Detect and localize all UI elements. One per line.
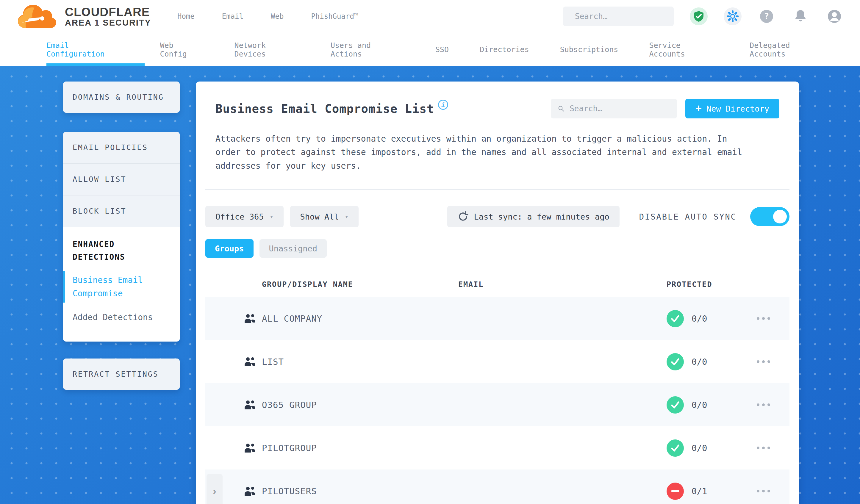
row-actions-menu[interactable] bbox=[757, 447, 789, 449]
user-account-icon[interactable] bbox=[826, 8, 843, 25]
protected-ok-icon bbox=[666, 310, 684, 327]
sidebar-card-retract: RETRACT SETTINGS bbox=[63, 359, 180, 390]
svg-text:?: ? bbox=[764, 11, 769, 21]
sidebar-item-domains-routing[interactable]: DOMAINS & ROUTING bbox=[63, 82, 180, 113]
group-people-icon bbox=[244, 314, 262, 324]
tab-network-devices[interactable]: Network Devices bbox=[219, 33, 315, 66]
protected-ok-icon bbox=[666, 396, 684, 414]
notifications-bell-icon[interactable] bbox=[791, 8, 809, 25]
last-sync-button[interactable]: Last sync: a few minutes ago bbox=[447, 206, 619, 227]
protected-ok-icon bbox=[666, 440, 684, 457]
tab-subscriptions[interactable]: Subscriptions bbox=[545, 33, 634, 66]
tab-email-configuration[interactable]: Email Configuration bbox=[17, 33, 145, 66]
sidebar-item-enhanced-detections[interactable]: ENHANCED DETECTIONS bbox=[73, 238, 170, 264]
row-actions-menu[interactable] bbox=[757, 403, 789, 406]
protected-ratio: 0/0 bbox=[691, 443, 707, 453]
protected-ratio: 0/0 bbox=[691, 357, 707, 367]
row-actions-menu[interactable] bbox=[757, 490, 789, 492]
sidebar-item-retract-settings[interactable]: RETRACT SETTINGS bbox=[63, 359, 180, 390]
tab-directories[interactable]: Directories bbox=[464, 33, 545, 66]
group-name: O365_GROUP bbox=[262, 400, 458, 410]
logo-brand: CLOUDFLARE bbox=[65, 6, 151, 18]
search-icon bbox=[558, 104, 564, 113]
chevron-down-icon: ▾ bbox=[345, 213, 348, 220]
global-search[interactable] bbox=[563, 6, 674, 26]
new-directory-button[interactable]: + New Directory bbox=[685, 99, 779, 118]
tab-users-and-actions[interactable]: Users and Actions bbox=[315, 33, 420, 66]
sidebar-item-email-policies[interactable]: EMAIL POLICIES bbox=[63, 132, 180, 163]
tab-sso[interactable]: SSO bbox=[420, 33, 464, 66]
view-tabs: GroupsUnassigned bbox=[196, 239, 799, 258]
last-sync-label: Last sync: a few minutes ago bbox=[474, 212, 610, 221]
group-people-icon bbox=[244, 443, 262, 453]
toggle-knob bbox=[773, 210, 787, 224]
filter-row: Office 365 ▾ Show All ▾ Last sync: a few… bbox=[196, 206, 799, 227]
view-tab-groups[interactable]: Groups bbox=[205, 239, 254, 258]
view-tab-unassigned[interactable]: Unassigned bbox=[259, 239, 327, 258]
top-nav-item-phishguard-[interactable]: PhishGuard™ bbox=[311, 12, 358, 20]
title-row: Business Email Compromise List i + New D… bbox=[196, 82, 799, 118]
protected-ok-icon bbox=[666, 353, 684, 371]
help-icon[interactable]: ? bbox=[758, 8, 775, 25]
row-actions-menu[interactable] bbox=[757, 317, 789, 320]
table-row: ALL COMPANY 0/0 bbox=[205, 297, 789, 340]
new-directory-label: New Directory bbox=[706, 104, 769, 113]
protected-cell: 0/1 bbox=[666, 483, 757, 500]
table-body: ALL COMPANY 0/0 LIST 0/0 bbox=[205, 297, 789, 504]
sidebar-item-added-detections[interactable]: Added Detections bbox=[73, 308, 170, 327]
tab-service-accounts[interactable]: Service Accounts bbox=[633, 33, 734, 66]
group-name: PILOTGROUP bbox=[262, 443, 458, 453]
sidebar-card-domains: DOMAINS & ROUTING bbox=[63, 82, 180, 113]
group-name: PILOTUSERS bbox=[262, 486, 458, 496]
tab-web-config[interactable]: Web Config bbox=[145, 33, 219, 66]
sidebar-item-allow-list[interactable]: ALLOW LIST bbox=[63, 164, 180, 195]
divider bbox=[205, 189, 789, 190]
protected-cell: 0/0 bbox=[666, 310, 757, 327]
table-row: › PILOTUSERS 0/1 bbox=[205, 470, 789, 504]
logo-text: CLOUDFLARE AREA 1 SECURITY bbox=[65, 6, 151, 27]
expand-row-button[interactable]: › bbox=[206, 474, 223, 504]
list-search[interactable] bbox=[551, 99, 677, 118]
directory-select[interactable]: Office 365 ▾ bbox=[205, 206, 284, 227]
table-row: O365_GROUP 0/0 bbox=[205, 383, 789, 426]
cloudflare-logo[interactable]: CLOUDFLARE AREA 1 SECURITY bbox=[17, 3, 151, 29]
top-nav-item-email[interactable]: Email bbox=[222, 12, 243, 20]
groups-table: GROUP/DISPLAY NAME EMAIL PROTECTED ALL C… bbox=[196, 271, 799, 504]
sidebar-card-policies: EMAIL POLICIES ALLOW LIST BLOCK LIST ENH… bbox=[63, 132, 180, 342]
col-header-protected: PROTECTED bbox=[666, 280, 757, 289]
top-nav: HomeEmailWebPhishGuard™ bbox=[177, 12, 358, 20]
auto-sync-toggle[interactable] bbox=[750, 207, 789, 226]
title-actions: + New Directory bbox=[551, 99, 779, 118]
top-nav-item-web[interactable]: Web bbox=[271, 12, 284, 20]
header-right: ? bbox=[563, 6, 843, 26]
sidebar-item-business-email-compromise[interactable]: Business Email Compromise bbox=[73, 271, 170, 303]
main-card: Business Email Compromise List i + New D… bbox=[196, 82, 799, 504]
content-area: DOMAINS & ROUTING EMAIL POLICIES ALLOW L… bbox=[0, 66, 860, 504]
refresh-icon bbox=[457, 211, 469, 222]
protected-ratio: 0/0 bbox=[691, 400, 707, 410]
tab-delegated-accounts[interactable]: Delegated Accounts bbox=[734, 33, 843, 66]
table-row: LIST 0/0 bbox=[205, 340, 789, 383]
table-header-row: GROUP/DISPLAY NAME EMAIL PROTECTED bbox=[205, 271, 789, 297]
group-people-icon bbox=[244, 486, 262, 496]
chevron-down-icon: ▾ bbox=[270, 213, 273, 220]
disable-auto-sync-label: DISABLE AUTO SYNC bbox=[639, 212, 736, 221]
row-actions-menu[interactable] bbox=[757, 360, 789, 363]
show-filter-select[interactable]: Show All ▾ bbox=[290, 206, 359, 227]
col-header-email: EMAIL bbox=[458, 280, 666, 289]
group-people-icon bbox=[244, 400, 262, 410]
global-search-input[interactable] bbox=[575, 12, 675, 21]
table-row: PILOTGROUP 0/0 bbox=[205, 426, 789, 470]
directory-select-value: Office 365 bbox=[215, 212, 264, 221]
security-status-icon[interactable] bbox=[690, 8, 708, 25]
protected-cell: 0/0 bbox=[666, 440, 757, 457]
list-search-input[interactable] bbox=[570, 104, 670, 113]
group-people-icon bbox=[244, 357, 262, 367]
group-name: ALL COMPANY bbox=[262, 314, 458, 324]
sidebar-item-block-list[interactable]: BLOCK LIST bbox=[63, 196, 180, 227]
group-name: LIST bbox=[262, 357, 458, 367]
info-icon[interactable]: i bbox=[438, 100, 448, 110]
top-nav-item-home[interactable]: Home bbox=[177, 12, 195, 20]
settings-gear-icon[interactable] bbox=[724, 8, 742, 25]
protected-ratio: 0/1 bbox=[691, 486, 707, 496]
